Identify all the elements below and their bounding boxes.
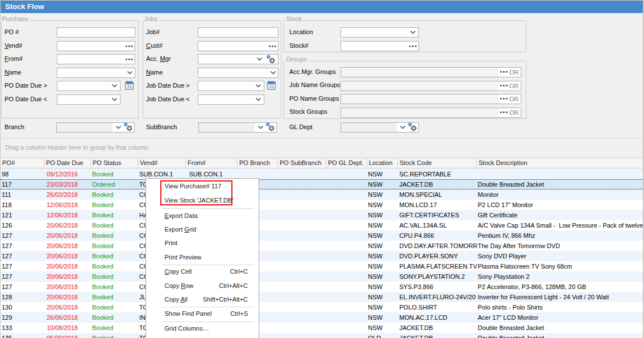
- svg-text:31: 31: [269, 84, 275, 89]
- svg-text:31: 31: [127, 84, 132, 89]
